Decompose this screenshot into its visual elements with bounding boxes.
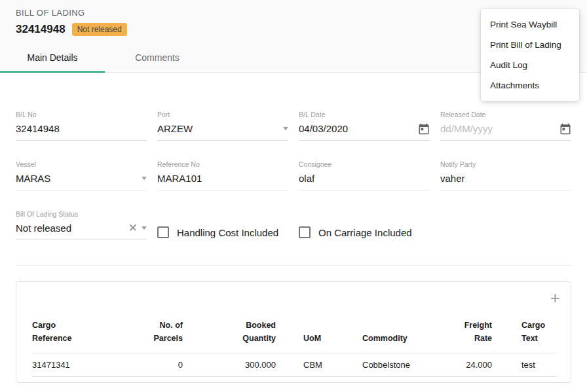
col-header-freight-rate: Freight Rate xyxy=(441,319,492,353)
handling-cost-checkbox[interactable] xyxy=(157,226,169,238)
port-label: Port xyxy=(157,111,288,118)
section-divider xyxy=(16,265,571,266)
spacer xyxy=(440,210,571,240)
clear-icon[interactable]: ✕ xyxy=(128,223,138,234)
table-header-row: Cargo Reference No. of Parcels Booked Qu… xyxy=(32,319,556,353)
chevron-down-icon[interactable] xyxy=(283,127,288,130)
bl-date-label: B/L Date xyxy=(299,111,430,118)
main-details-form: B/L No 32414948 Port ARZEW B/L Date 04/0… xyxy=(0,73,587,266)
col-header-uom: UoM xyxy=(276,319,362,353)
released-date-input[interactable]: dd/MM/yyyy xyxy=(440,122,571,141)
bl-date-field[interactable]: B/L Date 04/03/2020 xyxy=(299,111,430,141)
calendar-icon[interactable] xyxy=(418,123,430,135)
col-header-cargo-reference: Cargo Reference xyxy=(32,319,137,353)
vessel-select[interactable]: Vessel MARAS xyxy=(16,160,147,190)
cell-cargo-reference: 31471341 xyxy=(32,353,137,377)
on-carriage-checkbox-row: On Carriage Included xyxy=(299,224,430,240)
calendar-icon[interactable] xyxy=(559,123,571,135)
status-value: Not released xyxy=(16,223,124,234)
bl-date-value: 04/03/2020 xyxy=(299,123,414,134)
cargo-table: Cargo Reference No. of Parcels Booked Qu… xyxy=(32,319,556,377)
notify-party-value: vaher xyxy=(440,173,571,184)
menu-item-attachments[interactable]: Attachments xyxy=(481,75,579,96)
col-header-cargo-text: Cargo Text xyxy=(492,319,556,353)
reference-no-label: Reference No xyxy=(157,160,288,168)
on-carriage-label: On Carriage Included xyxy=(318,227,412,238)
menu-item-audit-log[interactable]: Audit Log xyxy=(481,55,579,75)
col-header-commodity: Commodity xyxy=(362,319,441,353)
port-input[interactable]: ARZEW xyxy=(157,122,288,141)
cell-uom: CBM xyxy=(276,353,362,377)
notify-party-label: Notify Party xyxy=(440,160,571,168)
on-carriage-checkbox[interactable] xyxy=(299,226,311,238)
reference-no-field[interactable]: Reference No MARA101 xyxy=(157,160,288,190)
menu-item-print-sea-waybill[interactable]: Print Sea Waybill xyxy=(481,14,579,35)
released-date-label: Released Date xyxy=(440,111,571,118)
table-row[interactable]: 31471341 0 300.000 CBM Cobbelstone 24.00… xyxy=(32,353,556,377)
reference-no-input[interactable]: MARA101 xyxy=(157,172,288,190)
cargo-card: + Cargo Reference No. of Parcels Booked … xyxy=(16,281,571,383)
chevron-down-icon[interactable] xyxy=(142,177,147,180)
handling-cost-checkbox-row: Handling Cost Included xyxy=(157,224,288,240)
notify-party-field[interactable]: Notify Party vaher xyxy=(440,160,571,190)
released-date-placeholder: dd/MM/yyyy xyxy=(440,123,556,134)
cell-freight-rate: 24.000 xyxy=(441,353,492,377)
consignee-value: olaf xyxy=(299,173,430,184)
status-label: Bill Of Lading Status xyxy=(16,210,147,218)
bl-no-value: 32414948 xyxy=(16,123,147,134)
status-badge: Not released xyxy=(72,23,127,36)
bl-no-input[interactable]: 32414948 xyxy=(16,122,147,141)
bl-number: 32414948 xyxy=(16,23,66,36)
col-header-booked-quantity: Booked Quantity xyxy=(183,319,276,353)
context-menu: Print Sea Waybill Print Bill of Lading A… xyxy=(481,9,579,101)
port-select[interactable]: Port ARZEW xyxy=(157,111,288,141)
tab-comments[interactable]: Comments xyxy=(105,44,210,73)
vessel-value: MARAS xyxy=(16,173,138,184)
consignee-input[interactable]: olaf xyxy=(299,172,430,190)
menu-item-print-bill-of-lading[interactable]: Print Bill of Lading xyxy=(481,35,579,55)
col-header-no-of-parcels: No. of Parcels xyxy=(137,319,183,353)
cell-commodity: Cobbelstone xyxy=(362,353,441,377)
cell-no-of-parcels: 0 xyxy=(137,353,183,377)
bl-date-input[interactable]: 04/03/2020 xyxy=(299,122,430,141)
bl-no-label: B/L No xyxy=(16,111,147,118)
reference-no-value: MARA101 xyxy=(157,173,288,184)
port-value: ARZEW xyxy=(157,123,279,134)
consignee-label: Consignee xyxy=(299,160,430,168)
vessel-label: Vessel xyxy=(16,160,147,168)
released-date-field[interactable]: Released Date dd/MM/yyyy xyxy=(440,111,571,141)
cell-cargo-text: test xyxy=(492,353,556,377)
add-cargo-button[interactable]: + xyxy=(550,291,560,304)
tab-main-details[interactable]: Main Details xyxy=(0,44,105,73)
cell-booked-quantity: 300.000 xyxy=(183,353,276,377)
notify-party-input[interactable]: vaher xyxy=(440,172,571,190)
handling-cost-label: Handling Cost Included xyxy=(177,227,278,238)
status-input[interactable]: Not released ✕ xyxy=(16,222,147,240)
chevron-down-icon[interactable] xyxy=(142,226,147,230)
status-select[interactable]: Bill Of Lading Status Not released ✕ xyxy=(16,210,147,240)
bl-no-field[interactable]: B/L No 32414948 xyxy=(16,111,147,141)
vessel-input[interactable]: MARAS xyxy=(16,172,147,190)
consignee-field[interactable]: Consignee olaf xyxy=(299,160,430,190)
